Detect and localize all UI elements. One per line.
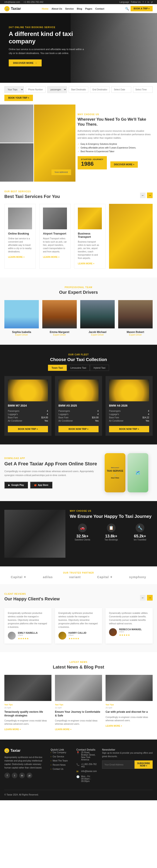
services-next-arrow[interactable]: → <box>147 192 153 198</box>
review-text-1: Energistically synthesize productive wir… <box>58 612 99 629</box>
stat-icon-2: 🔧 <box>136 524 145 532</box>
footer-social-yt[interactable]: yt <box>27 773 32 778</box>
newsletter-form: SUBSCRIBE NOW + <box>102 761 153 769</box>
services-section: OUR BEST SERVICES Best Taxi Services For… <box>0 182 157 277</box>
drivers-section: PROFESSIONAL TEAM Our Expert Drivers Sop… <box>0 277 157 345</box>
footer-description: Appropriately synthesize out-of-the-box … <box>4 756 45 770</box>
google-play-icon: ▶ <box>8 484 10 486</box>
book-car-1-button[interactable]: BOOK NOW TRIP + <box>58 426 99 432</box>
social-tw[interactable]: t <box>145 1 146 3</box>
cars-title: Choose Our Taxi Collection <box>4 357 153 362</box>
phone-mockup-2: 🗺️ <box>128 453 148 492</box>
car-name-2: BMW A6 2026 <box>109 404 149 407</box>
footer-social-links: f t in yt <box>4 773 45 778</box>
footer-newsletter-desc: Sign up to receive & provide you amazing… <box>102 751 153 758</box>
nav-service[interactable]: Service <box>65 7 74 10</box>
reviews-next-arrow[interactable]: → <box>147 595 153 600</box>
footer-link-3[interactable]: Recent News <box>51 764 71 766</box>
service-card-1: Airport Transport Airport Transport refe… <box>39 204 71 269</box>
service-link-2[interactable]: LEARN MORE + <box>78 262 95 265</box>
app-tag: DOWNLOAD APP <box>4 457 98 460</box>
reviewer-name-0: EMILY ISABELLA <box>18 631 37 634</box>
language-selector[interactable]: Language <box>120 1 129 3</box>
about-discover-button[interactable]: DISCOVER MORE + <box>110 161 138 168</box>
end-destination-input[interactable] <box>90 87 110 93</box>
reviewer-role-0: Client <box>18 634 37 636</box>
service-link-1[interactable]: LEARN MORE + <box>43 256 59 258</box>
why-tag: WHY CHOOSE US <box>70 510 153 512</box>
email-icon: ✉ <box>76 770 79 773</box>
stat-icon-1: 📋 <box>107 524 115 532</box>
taxi-service-badge: TAXI SERVICE <box>51 169 71 175</box>
book-trip-bar-button[interactable]: BOOK YOUR TRIP + <box>4 95 33 101</box>
footer-link-2[interactable]: Meet The Team <box>51 760 71 762</box>
footer-logo-icon: 🚕 <box>4 748 9 753</box>
nav-pages[interactable]: Pages <box>85 7 92 10</box>
book-trip-button[interactable]: BOOK A TRIP + <box>131 6 153 11</box>
driver-role-2: Expert Driver <box>80 334 115 336</box>
blog-link-0[interactable]: LEARN MORE + <box>4 728 21 731</box>
car-tab-0[interactable]: Town Taxi <box>48 365 67 371</box>
service-link-0[interactable]: LEARN MORE + <box>8 256 25 258</box>
nav-contact[interactable]: Contact <box>95 7 104 10</box>
email-link[interactable]: info@taxiar.com <box>4 1 20 3</box>
car-img-1 <box>58 379 99 401</box>
footer-quicklink-title: Quick Link <box>51 748 71 751</box>
newsletter-email-input[interactable] <box>102 761 134 769</box>
reviews-prev-arrow[interactable]: ← <box>140 595 146 600</box>
why-section: WHY CHOOSE US We Ensure Your Happy To Ta… <box>0 501 157 566</box>
footer-address: 📍 25 Road, Broklyn Street, New York Amer… <box>76 751 97 761</box>
footer-link-1[interactable]: Our Service <box>51 755 71 758</box>
partner-4: symphony <box>129 575 146 579</box>
nav-blog[interactable]: Blog <box>77 7 82 10</box>
search-icon[interactable]: 🔍 <box>125 7 129 10</box>
newsletter-subscribe-button[interactable]: SUBSCRIBE NOW + <box>134 761 153 769</box>
driver-name-1: Emma Margaret <box>42 331 77 334</box>
social-fb[interactable]: f <box>143 1 143 3</box>
app-content: DOWNLOAD APP Get A Free Taxiar App From … <box>4 457 98 489</box>
car-tab-2[interactable]: Hybrid Taxi <box>90 365 109 371</box>
stat-icon-0: 🚗 <box>78 524 87 532</box>
footer-social-tw[interactable]: t <box>12 773 18 778</box>
blog-post-desc-2: Compellingly re-engineer cross-modal ide… <box>106 716 153 722</box>
blog-date-0: 20 April <box>4 707 51 709</box>
passengers-select[interactable]: passengers? 1234 <box>47 86 67 93</box>
hero-title: A different kind of taxi company <box>9 30 87 45</box>
blog-tag: LATEST NEWS <box>4 661 153 663</box>
about-tag: WHY CHOOSE US <box>78 113 153 116</box>
footer-link-0[interactable]: Our Company <box>51 751 71 754</box>
footer-link-4[interactable]: Contact Us <box>51 768 71 770</box>
stat-label-2: km Travelled <box>127 538 153 541</box>
book-car-0-button[interactable]: BOOK NOW TRIP + <box>8 426 48 432</box>
phone-input[interactable] <box>26 87 45 93</box>
nav-home[interactable]: Home <box>42 7 49 10</box>
phone-link[interactable]: +1 482-256-782-442 <box>24 1 44 3</box>
footer-social-in[interactable]: in <box>19 773 25 778</box>
stat-num-1: 13.8k+ <box>99 534 124 538</box>
select-date-input[interactable] <box>111 87 131 93</box>
services-prev-arrow[interactable]: ← <box>140 192 146 198</box>
reviewer-name-2: REBECCA MANUEL <box>119 628 142 631</box>
logo[interactable]: 🚕 Taxiar <box>4 6 21 11</box>
blog-item-tag-2: Taxi Tips <box>106 704 153 706</box>
google-play-button[interactable]: ▶ Google Play <box>4 482 28 489</box>
car-card-1: BMW A5 2025 Passengers4 Luggage's4 Base … <box>55 376 102 436</box>
nav-about[interactable]: About Us <box>51 7 62 10</box>
car-tab-1[interactable]: Limousine Taxi <box>67 365 90 371</box>
services-featured-img <box>109 204 153 269</box>
blog-link-2[interactable]: LEARN MORE + <box>106 725 122 727</box>
main-nav: 🚕 Taxiar Home About Us Service Blog Page… <box>0 4 157 13</box>
blog-link-1[interactable]: LEARN MORE + <box>55 728 72 731</box>
app-store-button[interactable]: 🍎 App Store <box>30 482 52 489</box>
driver-card-0: Sophia Isabella Expert Driver <box>4 300 39 336</box>
book-car-2-button[interactable]: BOOK NOW TRIP + <box>109 426 149 432</box>
cars-tag: OUR CAR FLEET <box>4 353 153 356</box>
trip-type-select[interactable]: Your TripsRound TripHourly <box>4 86 24 93</box>
hero-discover-button[interactable]: DISCOVER MORE → <box>9 59 42 66</box>
car-img-2 <box>109 379 149 401</box>
select-time-input[interactable] <box>133 87 153 93</box>
footer-social-fb[interactable]: f <box>4 773 10 778</box>
start-destination-input[interactable] <box>69 87 88 93</box>
social-in[interactable]: in <box>148 1 149 3</box>
social-yt[interactable]: yt <box>151 1 153 3</box>
